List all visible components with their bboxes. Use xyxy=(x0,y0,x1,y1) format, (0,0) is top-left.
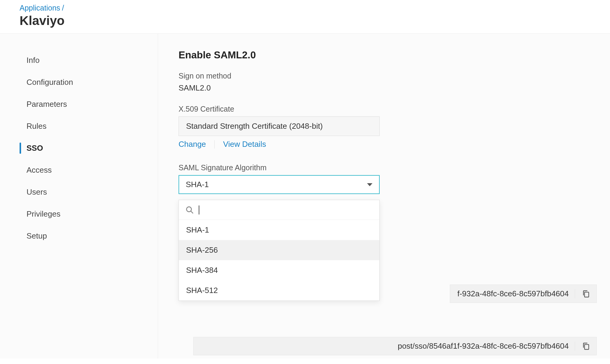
cert-value-box: Standard Strength Certificate (2048-bit) xyxy=(179,116,380,136)
sidebar-item-privileges[interactable]: Privileges xyxy=(0,203,158,225)
cert-link-separator xyxy=(214,140,215,149)
sidebar-item-sso[interactable]: SSO xyxy=(0,137,158,159)
sidebar-item-info[interactable]: Info xyxy=(0,49,158,71)
algo-select[interactable]: SHA-1 xyxy=(179,175,380,194)
svg-rect-2 xyxy=(584,292,589,297)
copy-icon xyxy=(582,290,590,298)
algo-dropdown-search[interactable] xyxy=(179,200,379,220)
copy-button-2[interactable] xyxy=(575,341,596,351)
sign-on-method-label: Sign on method xyxy=(179,72,610,80)
cert-label: X.509 Certificate xyxy=(179,105,610,113)
cert-change-link[interactable]: Change xyxy=(179,140,206,149)
breadcrumb: Applications / xyxy=(20,4,610,12)
sidebar: Info Configuration Parameters Rules SSO … xyxy=(0,34,158,359)
cert-view-details-link[interactable]: View Details xyxy=(223,140,266,149)
caret-down-icon xyxy=(367,183,372,186)
copy-button-1[interactable] xyxy=(575,289,596,298)
search-icon xyxy=(185,206,194,214)
algo-option-sha-384[interactable]: SHA-384 xyxy=(179,260,379,280)
algo-search-input[interactable] xyxy=(204,205,373,215)
sidebar-item-rules[interactable]: Rules xyxy=(0,115,158,137)
copy-icon xyxy=(582,342,590,350)
sidebar-item-users[interactable]: Users xyxy=(0,181,158,203)
breadcrumb-parent[interactable]: Applications xyxy=(20,4,60,12)
sidebar-item-parameters[interactable]: Parameters xyxy=(0,93,158,115)
main-content: Enable SAML2.0 Sign on method SAML2.0 X.… xyxy=(158,34,610,359)
algo-option-sha-256[interactable]: SHA-256 xyxy=(179,240,379,260)
text-cursor xyxy=(199,205,199,214)
svg-line-1 xyxy=(191,211,193,213)
section-title: Enable SAML2.0 xyxy=(179,49,610,61)
algo-dropdown: SHA-1 SHA-256 SHA-384 SHA-512 xyxy=(179,200,380,301)
page-title: Klaviyo xyxy=(20,14,610,28)
breadcrumb-separator: / xyxy=(62,4,64,12)
sidebar-item-setup[interactable]: Setup xyxy=(0,225,158,247)
url-field-2: post/sso/8546af1f-932a-48fc-8ce6-8c597bf… xyxy=(193,337,597,355)
algo-option-sha-1[interactable]: SHA-1 xyxy=(179,220,379,240)
svg-rect-3 xyxy=(584,344,589,349)
sidebar-item-configuration[interactable]: Configuration xyxy=(0,71,158,93)
sidebar-item-access[interactable]: Access xyxy=(0,159,158,181)
url-field-1-value: f-932a-48fc-8ce6-8c597bfb4604 xyxy=(457,289,569,298)
algo-label: SAML Signature Algorithm xyxy=(179,163,610,172)
cert-links: Change View Details xyxy=(179,140,610,149)
page-header: Applications / Klaviyo xyxy=(0,0,610,34)
url-field-2-value: post/sso/8546af1f-932a-48fc-8ce6-8c597bf… xyxy=(201,341,569,351)
algo-option-sha-512[interactable]: SHA-512 xyxy=(179,280,379,301)
url-field-1: f-932a-48fc-8ce6-8c597bfb4604 xyxy=(450,285,597,303)
algo-select-value: SHA-1 xyxy=(186,180,209,189)
sign-on-method-value: SAML2.0 xyxy=(179,83,610,93)
